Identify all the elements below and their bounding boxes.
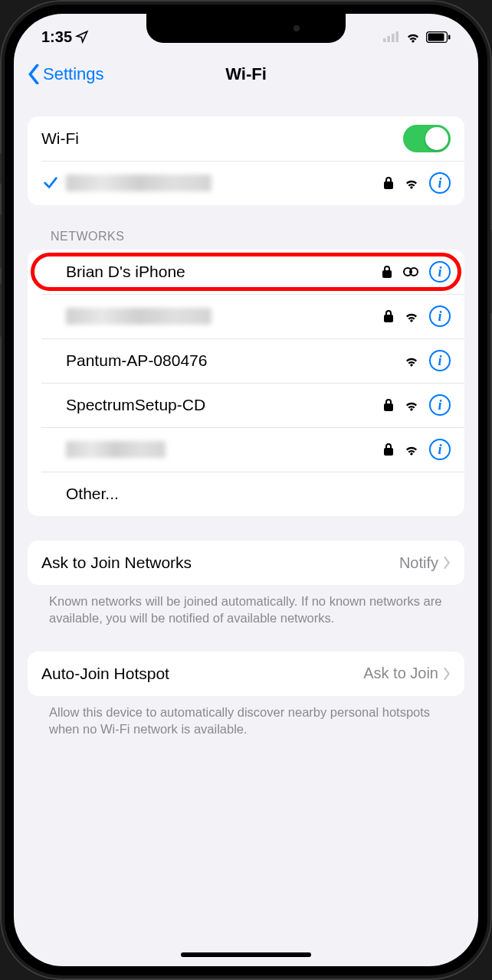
battery-icon xyxy=(426,31,451,43)
ask-join-value: Notify xyxy=(399,554,438,572)
network-row[interactable]: i xyxy=(28,427,464,472)
phone-frame: 1:35 Settings xyxy=(0,0,492,980)
wifi-status-icon xyxy=(405,31,421,43)
home-indicator[interactable] xyxy=(181,952,311,957)
wifi-toggle-label: Wi-Fi xyxy=(41,129,79,148)
auto-hotspot-group: Auto-Join Hotspot Ask to Join xyxy=(28,652,464,696)
cellular-icon xyxy=(383,31,400,42)
network-name: Brian D's iPhone xyxy=(66,263,185,281)
wifi-toggle[interactable] xyxy=(403,125,451,152)
networks-header: NETWORKS xyxy=(51,230,464,243)
network-name-redacted xyxy=(66,441,166,458)
nav-header: Settings Wi-Fi xyxy=(14,52,478,96)
svg-rect-12 xyxy=(384,403,393,411)
wifi-signal-icon xyxy=(403,310,420,322)
wifi-toggle-row[interactable]: Wi-Fi xyxy=(28,116,464,161)
lock-icon xyxy=(383,176,394,190)
info-icon[interactable]: i xyxy=(429,261,451,283)
lock-icon xyxy=(382,265,392,279)
hotspot-icon xyxy=(402,266,420,277)
connected-network-row[interactable]: i xyxy=(28,161,464,205)
checkmark-icon xyxy=(41,175,60,191)
svg-rect-11 xyxy=(384,315,393,322)
svg-rect-2 xyxy=(392,34,395,42)
svg-rect-0 xyxy=(383,38,386,42)
network-row[interactable]: i xyxy=(28,294,464,338)
ask-join-group: Ask to Join Networks Notify xyxy=(28,541,464,585)
back-label: Settings xyxy=(43,64,104,84)
info-icon[interactable]: i xyxy=(429,394,451,416)
network-name: Other... xyxy=(66,485,119,503)
screen: 1:35 Settings xyxy=(14,14,478,966)
network-row[interactable]: SpectrumSetup-CDi xyxy=(28,383,464,427)
auto-hotspot-label: Auto-Join Hotspot xyxy=(41,665,169,683)
other-network-row[interactable]: Other... xyxy=(28,472,464,516)
lock-icon xyxy=(383,443,394,456)
ask-join-row[interactable]: Ask to Join Networks Notify xyxy=(28,541,464,585)
network-row[interactable]: Pantum-AP-080476i xyxy=(28,338,464,383)
lock-icon xyxy=(383,398,394,412)
svg-rect-7 xyxy=(384,181,393,189)
back-button[interactable]: Settings xyxy=(28,64,104,84)
svg-rect-6 xyxy=(448,34,451,39)
svg-rect-5 xyxy=(428,33,444,41)
connected-network-name-redacted xyxy=(66,175,212,191)
side-button xyxy=(0,214,2,268)
info-icon[interactable]: i xyxy=(429,305,451,327)
network-name: Pantum-AP-080476 xyxy=(66,351,207,370)
status-time: 1:35 xyxy=(41,28,72,46)
info-icon[interactable]: i xyxy=(429,350,451,371)
info-icon[interactable]: i xyxy=(429,439,451,460)
auto-hotspot-footer: Allow this device to automatically disco… xyxy=(28,696,464,738)
ask-join-footer: Known networks will be joined automatica… xyxy=(28,585,464,627)
wifi-signal-icon xyxy=(403,177,420,189)
chevron-right-icon xyxy=(443,557,451,569)
side-button xyxy=(0,153,2,184)
network-name: SpectrumSetup-CD xyxy=(66,396,205,414)
svg-rect-8 xyxy=(382,270,392,278)
chevron-right-icon xyxy=(443,668,451,680)
auto-hotspot-value: Ask to Join xyxy=(363,665,438,682)
wifi-signal-icon xyxy=(403,443,420,456)
lock-icon xyxy=(383,309,394,323)
auto-hotspot-row[interactable]: Auto-Join Hotspot Ask to Join xyxy=(28,652,464,696)
side-button xyxy=(0,283,2,337)
svg-rect-3 xyxy=(396,31,399,42)
ask-join-label: Ask to Join Networks xyxy=(41,554,192,572)
notch xyxy=(146,14,346,43)
wifi-signal-icon xyxy=(403,399,420,411)
location-icon xyxy=(75,30,89,44)
wifi-toggle-group: Wi-Fi xyxy=(28,116,464,205)
networks-group: Brian D's iPhoneiiPantum-AP-080476iSpect… xyxy=(28,250,464,516)
svg-rect-13 xyxy=(384,448,393,456)
info-icon[interactable]: i xyxy=(429,172,451,194)
wifi-signal-icon xyxy=(403,354,420,367)
chevron-left-icon xyxy=(28,64,40,84)
svg-rect-1 xyxy=(388,36,391,42)
network-name-redacted xyxy=(66,308,212,325)
network-row[interactable]: Brian D's iPhonei xyxy=(28,250,464,294)
